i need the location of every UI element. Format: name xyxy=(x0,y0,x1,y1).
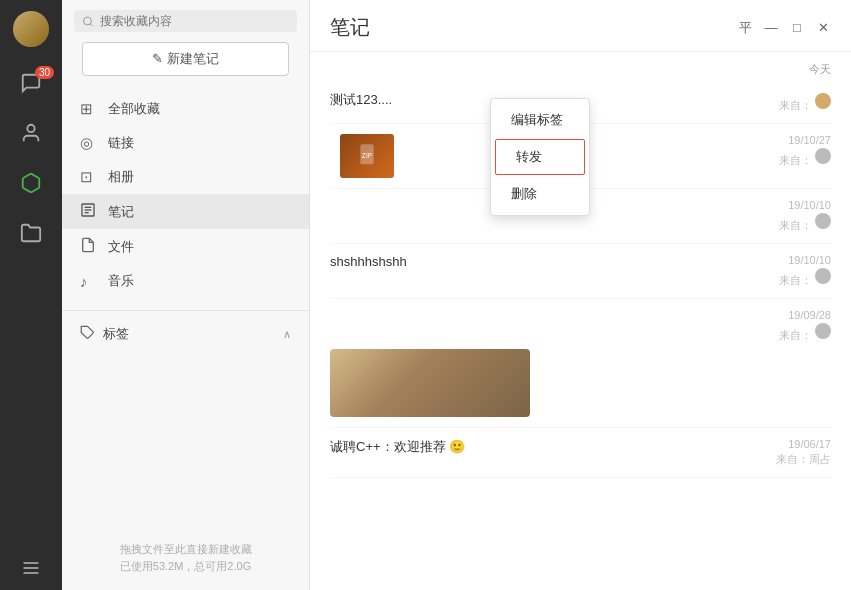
nav-contacts[interactable] xyxy=(0,108,62,158)
pin-button[interactable]: 平 xyxy=(737,20,753,36)
tag-section[interactable]: 标签 ∧ xyxy=(62,317,309,351)
note-date: 19/10/10 xyxy=(761,254,831,266)
folder-icon xyxy=(19,221,43,245)
chevron-up-icon: ∧ xyxy=(283,328,291,341)
note-source: 来自： xyxy=(779,148,831,168)
avatar-image xyxy=(13,11,49,47)
storage-hint: 拖拽文件至此直接新建收藏 xyxy=(78,541,293,559)
maximize-button[interactable]: □ xyxy=(789,20,805,36)
list-item[interactable]: 诚聘C++：欢迎推荐 🙂 19/06/17 来自：周占 xyxy=(330,428,831,478)
album-icon: ⊡ xyxy=(80,168,100,186)
note-title: 诚聘C++：欢迎推荐 🙂 xyxy=(330,438,761,456)
list-item[interactable]: 19/09/28 来自： xyxy=(330,299,831,428)
note-meta: 19/10/10 来自： xyxy=(761,254,831,288)
new-note-button[interactable]: ✎ 新建笔记 xyxy=(82,42,289,76)
search-icon xyxy=(82,15,94,28)
context-forward[interactable]: 转发 xyxy=(495,139,585,175)
context-delete[interactable]: 删除 xyxy=(491,177,589,211)
note-icon xyxy=(80,202,100,221)
avatar[interactable] xyxy=(13,11,49,47)
search-wrap[interactable] xyxy=(74,10,297,32)
note-meta: 19/10/10 来自： xyxy=(761,199,831,233)
menu-item-music[interactable]: ♪ 音乐 xyxy=(62,264,309,298)
note-date: 19/06/17 xyxy=(761,438,831,450)
menu-divider xyxy=(62,310,309,311)
menu-item-all[interactable]: ⊞ 全部收藏 xyxy=(62,92,309,126)
left-panel: ✎ 新建笔记 ⊞ 全部收藏 ◎ 链接 ⊡ 相册 笔记 xyxy=(62,0,310,590)
source-avatar xyxy=(815,148,831,164)
search-bar xyxy=(62,0,309,42)
menu-item-note[interactable]: 笔记 xyxy=(62,194,309,229)
context-menu: 编辑标签 转发 删除 xyxy=(490,98,590,216)
list-item[interactable]: shshhhshshh 19/10/10 来自： xyxy=(330,244,831,299)
nav-folder[interactable] xyxy=(0,208,62,258)
main-header: 笔记 平 — □ ✕ xyxy=(310,0,851,52)
note-date: 19/10/27 xyxy=(761,134,831,146)
nav-chat[interactable]: 30 xyxy=(0,58,62,108)
note-content: 诚聘C++：欢迎推荐 🙂 xyxy=(330,438,761,460)
storage-info: 拖拽文件至此直接新建收藏 已使用53.2M，总可用2.0G xyxy=(62,531,309,590)
note-meta: 19/09/28 来自： xyxy=(761,309,831,343)
note-date: 19/09/28 xyxy=(761,309,831,321)
page-title: 笔记 xyxy=(330,14,370,41)
source-avatar xyxy=(815,93,831,109)
note-thumbnail-image xyxy=(330,349,530,417)
svg-text:ZIP: ZIP xyxy=(362,152,373,159)
note-thumbnail-zip: ZIP xyxy=(340,134,394,178)
close-button[interactable]: ✕ xyxy=(815,20,831,36)
tag-icon xyxy=(80,325,95,343)
menu-item-album[interactable]: ⊡ 相册 xyxy=(62,160,309,194)
contacts-icon xyxy=(19,121,43,145)
file-icon xyxy=(80,237,100,256)
nav-cube[interactable] xyxy=(0,158,62,208)
main-content: 笔记 平 — □ ✕ 今天 测试123.... 来自： xyxy=(310,0,851,590)
note-meta: 19/10/27 来自： xyxy=(761,134,831,168)
note-source: 来自：周占 xyxy=(776,452,831,467)
note-source: 来自： xyxy=(779,213,831,233)
music-icon: ♪ xyxy=(80,273,100,290)
note-row: 19/09/28 来自： xyxy=(330,309,831,343)
search-input[interactable] xyxy=(100,14,289,28)
source-avatar xyxy=(815,268,831,284)
chat-badge: 30 xyxy=(35,66,54,79)
svg-point-0 xyxy=(27,125,34,132)
source-avatar xyxy=(815,213,831,229)
all-icon: ⊞ xyxy=(80,100,100,118)
note-content: shshhhshshh xyxy=(330,254,761,273)
minimize-button[interactable]: — xyxy=(763,20,779,36)
note-meta: 19/06/17 来自：周占 xyxy=(761,438,831,467)
svg-point-4 xyxy=(83,17,91,25)
note-meta: 来自： xyxy=(761,91,831,113)
menu-item-link[interactable]: ◎ 链接 xyxy=(62,126,309,160)
date-section-today: 今天 xyxy=(330,52,831,81)
note-source: 来自： xyxy=(779,323,831,343)
svg-line-5 xyxy=(90,23,92,25)
avatar-wrap[interactable] xyxy=(0,0,62,58)
menu-list: ⊞ 全部收藏 ◎ 链接 ⊡ 相册 笔记 xyxy=(62,86,309,304)
menu-item-file[interactable]: 文件 xyxy=(62,229,309,264)
note-source: 来自： xyxy=(779,268,831,288)
context-edit-tag[interactable]: 编辑标签 xyxy=(491,103,589,137)
window-controls: 平 — □ ✕ xyxy=(737,20,831,36)
note-title: shshhhshshh xyxy=(330,254,761,269)
note-source: 来自： xyxy=(779,93,831,113)
note-date: 19/10/10 xyxy=(761,199,831,211)
nav-menu[interactable] xyxy=(0,546,62,590)
tag-label: 标签 xyxy=(103,325,129,343)
sidebar-narrow: 30 xyxy=(0,0,62,590)
source-avatar xyxy=(815,323,831,339)
storage-used: 已使用53.2M，总可用2.0G xyxy=(78,558,293,576)
link-icon: ◎ xyxy=(80,134,100,152)
cube-icon xyxy=(19,171,43,195)
